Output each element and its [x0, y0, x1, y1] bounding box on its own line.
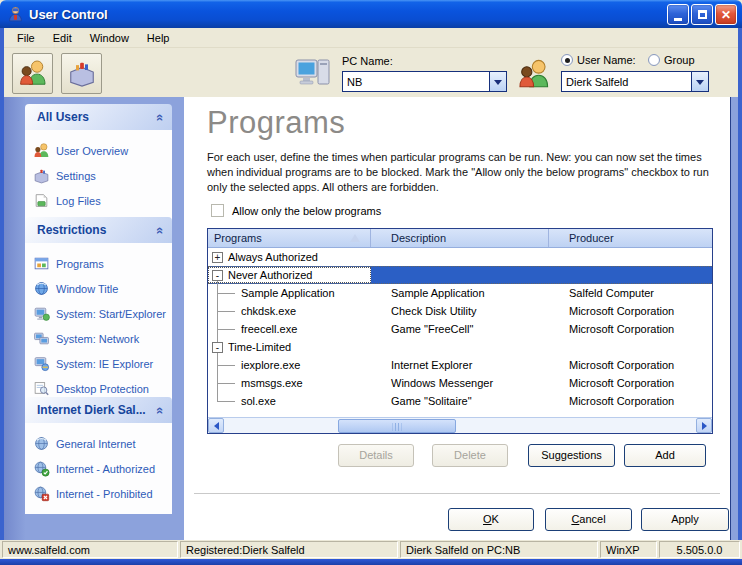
menu-edit[interactable]: Edit	[44, 30, 81, 46]
footer-button-row: OK Cancel Apply	[184, 508, 730, 532]
sidebar-group-restrictions-header[interactable]: Restrictions «	[25, 217, 172, 243]
pc-name-combobox[interactable]: NB	[342, 71, 507, 92]
system-start-explorer-icon	[33, 305, 50, 322]
pc-name-value: NB	[343, 76, 489, 88]
title-bar: User Control ✕	[0, 0, 742, 28]
menu-file[interactable]: File	[8, 30, 44, 46]
maximize-button[interactable]	[691, 4, 713, 25]
sidebar-group-title: Restrictions	[37, 223, 106, 237]
table-button-row: Details Delete Suggestions Add	[184, 444, 730, 468]
sidebar-item-programs[interactable]: Programs	[25, 251, 172, 276]
sidebar-item-label: System: Network	[56, 333, 139, 345]
menu-bar: File Edit Window Help	[4, 28, 738, 48]
sidebar-item-label: User Overview	[56, 145, 128, 157]
table-row-sol[interactable]: sol.exe Game "Solitaire" Microsoft Corpo…	[208, 392, 712, 410]
computer-icon	[294, 54, 334, 96]
internet-prohibited-icon	[33, 485, 50, 502]
sidebar-item-label: Internet - Authorized	[56, 463, 155, 475]
page-description: For each user, define the times when par…	[207, 150, 723, 195]
sidebar-group-internet-header[interactable]: Internet Dierk Sal... «	[25, 397, 172, 423]
page-title: Programs	[207, 105, 345, 141]
user-name-value: Dierk Salfeld	[562, 76, 691, 88]
status-version: 5.505.0.0	[659, 541, 740, 558]
suggestions-button[interactable]: Suggestions	[528, 444, 615, 467]
scroll-left-arrow[interactable]	[208, 418, 224, 433]
window-title-icon	[33, 280, 50, 297]
sidebar-item-settings[interactable]: Settings	[25, 163, 172, 188]
sidebar-item-system-start-explorer[interactable]: System: Start/Explorer	[25, 301, 172, 326]
sidebar-item-system-ie-explorer[interactable]: System: IE Explorer	[25, 351, 172, 376]
collapse-icon[interactable]: -	[212, 342, 223, 353]
sidebar-item-user-overview[interactable]: User Overview	[25, 138, 172, 163]
system-ie-explorer-icon	[33, 355, 50, 372]
table-row-iexplore[interactable]: iexplore.exe Internet Explorer Microsoft…	[208, 356, 712, 374]
column-header-description[interactable]: Description	[371, 229, 549, 247]
toolbox-icon	[67, 58, 97, 90]
pc-combo-arrow-icon[interactable]	[489, 72, 506, 91]
system-network-icon	[33, 330, 50, 347]
minimize-button[interactable]	[667, 4, 689, 25]
scroll-right-arrow[interactable]	[696, 418, 712, 433]
sort-ascending-icon	[350, 234, 360, 242]
status-bar: www.salfeld.com Registered:Dierk Salfeld…	[0, 540, 742, 559]
sidebar-item-internet-authorized[interactable]: Internet - Authorized	[25, 456, 172, 481]
sidebar-group-all-users: All Users « User Overview Settings Log F…	[25, 104, 172, 221]
status-registered: Registered:Dierk Salfeld	[180, 541, 398, 558]
status-website: www.salfeld.com	[2, 541, 178, 558]
table-row-never-authorized[interactable]: -Never Authorized	[208, 266, 712, 284]
user-group-icon	[517, 57, 551, 93]
sidebar-group-all-users-header[interactable]: All Users «	[25, 104, 172, 130]
status-os: WinXP	[600, 541, 657, 558]
column-header-programs[interactable]: Programs	[208, 229, 371, 247]
cancel-button[interactable]: Cancel	[545, 508, 632, 531]
table-row-msmsgs[interactable]: msmsgs.exe Windows Messenger Microsoft C…	[208, 374, 712, 392]
sidebar-item-general-internet[interactable]: General Internet	[25, 431, 172, 456]
expand-icon[interactable]: +	[212, 252, 223, 263]
settings-toolbar-button[interactable]	[61, 53, 102, 94]
general-internet-icon	[33, 435, 50, 452]
collapse-chevron-icon[interactable]: «	[153, 226, 168, 233]
sidebar-item-window-title[interactable]: Window Title	[25, 276, 172, 301]
users-toolbar-button[interactable]	[12, 53, 53, 94]
sidebar-item-label: Internet - Prohibited	[56, 488, 153, 500]
app-body: All Users « User Overview Settings Log F…	[4, 97, 738, 540]
sidebar-item-log-files[interactable]: Log Files	[25, 188, 172, 213]
programs-icon	[33, 255, 50, 272]
column-header-producer[interactable]: Producer	[549, 229, 712, 247]
details-button[interactable]: Details	[338, 444, 414, 467]
window-title: User Control	[29, 7, 108, 22]
table-row-chkdsk[interactable]: chkdsk.exe Check Disk Utility Microsoft …	[208, 302, 712, 320]
sidebar-item-label: Log Files	[56, 195, 101, 207]
add-button[interactable]: Add	[624, 444, 706, 467]
allow-only-checkbox[interactable]	[211, 204, 224, 217]
user-combo-arrow-icon[interactable]	[691, 72, 708, 91]
delete-button[interactable]: Delete	[432, 444, 508, 467]
user-name-combobox[interactable]: Dierk Salfeld	[561, 71, 709, 92]
menu-window[interactable]: Window	[81, 30, 138, 46]
group-radio[interactable]: Group	[648, 54, 695, 66]
status-current-user: Dierk Salfeld on PC:NB	[400, 541, 598, 558]
sidebar-item-internet-prohibited[interactable]: Internet - Prohibited	[25, 481, 172, 506]
pc-name-label: PC Name:	[342, 55, 393, 67]
ok-button[interactable]: OK	[448, 508, 534, 531]
window-frame-left	[0, 28, 4, 565]
horizontal-scrollbar[interactable]	[208, 417, 712, 433]
collapse-chevron-icon[interactable]: «	[153, 406, 168, 413]
users-icon	[18, 58, 48, 90]
collapse-chevron-icon[interactable]: «	[153, 113, 168, 120]
scrollbar-thumb[interactable]	[338, 419, 456, 433]
collapse-icon[interactable]: -	[212, 270, 223, 281]
table-row-sample-application[interactable]: Sample Application Sample Application Sa…	[208, 284, 712, 302]
table-row-always-authorized[interactable]: +Always Authorized	[208, 248, 712, 266]
close-button[interactable]: ✕	[715, 4, 737, 25]
programs-table: Programs Description Producer +Always Au…	[207, 228, 713, 434]
user-name-radio[interactable]: User Name:	[561, 54, 636, 66]
window-frame-right	[738, 28, 742, 565]
table-row-time-limited[interactable]: -Time-Limited	[208, 338, 712, 356]
apply-button[interactable]: Apply	[641, 508, 729, 531]
table-row-freecell[interactable]: freecell.exe Game "FreeCell" Microsoft C…	[208, 320, 712, 338]
sidebar-item-label: Desktop Protection	[56, 383, 149, 395]
menu-help[interactable]: Help	[138, 30, 179, 46]
sidebar-item-label: Settings	[56, 170, 96, 182]
sidebar-item-system-network[interactable]: System: Network	[25, 326, 172, 351]
